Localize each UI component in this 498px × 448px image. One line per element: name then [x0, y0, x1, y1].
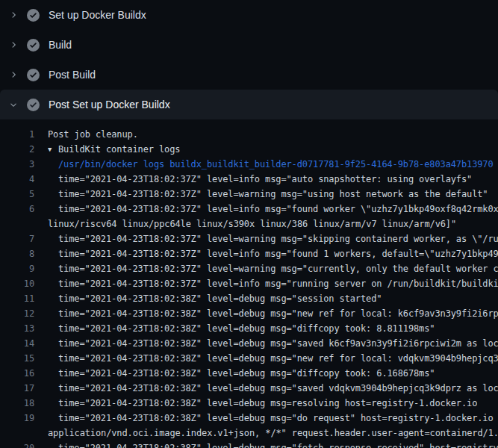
log-line-number[interactable]: 10	[0, 276, 34, 291]
log-line: 2 ▼BuildKit container logs	[0, 142, 498, 157]
log-line-text: time="2021-04-23T18:02:38Z" level=debug …	[58, 351, 498, 366]
log-line-text: time="2021-04-23T18:02:38Z" level=debug …	[58, 336, 498, 351]
step-row-2[interactable]: Build	[0, 30, 498, 60]
log-line-number[interactable]: 12	[0, 306, 34, 321]
log-line: 6 time="2021-04-23T18:02:37Z" level=info…	[0, 202, 498, 217]
log-line-text: /usr/bin/docker logs buildx_buildkit_bui…	[58, 157, 494, 172]
log-line-number[interactable]: 17	[0, 381, 34, 396]
log-line-text: linux/riscv64 linux/ppc64le linux/s390x …	[48, 217, 456, 231]
log-line-text: time="2021-04-23T18:02:37Z" level=warnin…	[58, 187, 488, 202]
log-line: 5 time="2021-04-23T18:02:37Z" level=warn…	[0, 187, 498, 202]
chevron-icon	[8, 100, 18, 110]
log-line-text: time="2021-04-23T18:02:37Z" level=warnin…	[58, 231, 498, 246]
log-line-text: application/vnd.oci.image.index.v1+json,…	[48, 426, 498, 441]
log-line: 9 time="2021-04-23T18:02:37Z" level=warn…	[0, 261, 498, 276]
log-line-number[interactable]: 3	[0, 157, 34, 172]
check-circle-icon	[27, 69, 40, 81]
log-line: 15 time="2021-04-23T18:02:38Z" level=deb…	[0, 351, 498, 366]
log-line-number[interactable]	[0, 426, 34, 441]
step-list: Set up Docker Buildx Build Post Build	[0, 0, 498, 119]
log-line-text: time="2021-04-23T18:02:37Z" level=info m…	[58, 276, 498, 291]
step-row-3[interactable]: Post Build	[0, 60, 498, 90]
log-line: 4 time="2021-04-23T18:02:37Z" level=info…	[0, 172, 498, 187]
check-circle-icon	[27, 9, 40, 22]
log-line-number[interactable]: 1	[0, 127, 34, 142]
log-line-text: time="2021-04-23T18:02:37Z" level=info m…	[58, 202, 498, 217]
log-line-text: time="2021-04-23T18:02:38Z" level=debug …	[58, 396, 477, 411]
step-title: Set up Docker Buildx	[49, 9, 146, 21]
step-row-1[interactable]: Set up Docker Buildx	[0, 0, 498, 30]
log-line: 19 time="2021-04-23T18:02:38Z" level=deb…	[0, 411, 498, 426]
log-line-number[interactable]: 13	[0, 321, 34, 336]
log-line: application/vnd.oci.image.index.v1+json,…	[0, 426, 498, 441]
step-title: Post Set up Docker Buildx	[49, 99, 170, 111]
log-line-number[interactable]: 2	[0, 142, 34, 157]
log-line: 17 time="2021-04-23T18:02:38Z" level=deb…	[0, 381, 498, 396]
chevron-icon	[8, 10, 18, 20]
log-line-number[interactable]: 16	[0, 366, 34, 381]
chevron-icon	[8, 70, 18, 80]
log-line-number[interactable]: 9	[0, 261, 34, 276]
log-line-text: ▼BuildKit container logs	[48, 142, 180, 157]
log-line: 20 time="2021-04-23T18:02:38Z" level=deb…	[0, 441, 498, 448]
log-line-number[interactable]: 19	[0, 411, 34, 426]
check-circle-icon	[27, 39, 40, 52]
log-line-text: time="2021-04-23T18:02:38Z" level=debug …	[58, 321, 435, 336]
log-line: 3 /usr/bin/docker logs buildx_buildkit_b…	[0, 157, 498, 172]
log-line: 13 time="2021-04-23T18:02:38Z" level=deb…	[0, 321, 498, 336]
actions-log-viewer: Set up Docker Buildx Build Post Build	[0, 0, 498, 448]
check-circle-icon	[27, 99, 40, 111]
log-line-text: time="2021-04-23T18:02:38Z" level=debug …	[58, 381, 498, 396]
log-line: 16 time="2021-04-23T18:02:38Z" level=deb…	[0, 366, 498, 381]
log-line-text: time="2021-04-23T18:02:38Z" level=debug …	[58, 366, 435, 381]
log-line: 14 time="2021-04-23T18:02:38Z" level=deb…	[0, 336, 498, 351]
log-line: 10 time="2021-04-23T18:02:37Z" level=inf…	[0, 276, 498, 291]
log-line-number[interactable]: 4	[0, 172, 34, 187]
log-line: 12 time="2021-04-23T18:02:38Z" level=deb…	[0, 306, 498, 321]
log-line-number[interactable]: 6	[0, 202, 34, 217]
log-line-text: time="2021-04-23T18:02:37Z" level=info m…	[58, 172, 472, 187]
log-line: 11 time="2021-04-23T18:02:38Z" level=deb…	[0, 291, 498, 306]
step-title: Post Build	[49, 69, 96, 81]
log-line-text: time="2021-04-23T18:02:37Z" level=warnin…	[58, 261, 498, 276]
log-area: 1 Post job cleanup. 2 ▼BuildKit containe…	[0, 119, 498, 448]
log-line-number[interactable]: 5	[0, 187, 34, 202]
log-line-number[interactable]: 18	[0, 396, 34, 411]
log-line-number[interactable]: 20	[0, 441, 34, 448]
log-line: 1 Post job cleanup.	[0, 127, 498, 142]
log-line-number[interactable]: 15	[0, 351, 34, 366]
log-line-number[interactable]: 11	[0, 291, 34, 306]
step-row-4[interactable]: Post Set up Docker Buildx	[0, 90, 498, 119]
log-line-text: time="2021-04-23T18:02:38Z" level=debug …	[58, 291, 382, 306]
log-line-text: time="2021-04-23T18:02:38Z" level=debug …	[58, 411, 498, 426]
group-expander-icon[interactable]: ▼	[48, 142, 58, 157]
log-line-number[interactable]	[0, 217, 34, 231]
log-line-text: time="2021-04-23T18:02:37Z" level=info m…	[58, 246, 498, 261]
log-line-number[interactable]: 8	[0, 246, 34, 261]
chevron-icon	[8, 40, 18, 50]
log-line-text: time="2021-04-23T18:02:38Z" level=debug …	[58, 306, 498, 321]
log-line: 18 time="2021-04-23T18:02:38Z" level=deb…	[0, 396, 498, 411]
log-line-number[interactable]: 14	[0, 336, 34, 351]
log-line: linux/riscv64 linux/ppc64le linux/s390x …	[0, 217, 498, 231]
step-title: Build	[49, 39, 72, 51]
log-line: 7 time="2021-04-23T18:02:37Z" level=warn…	[0, 231, 498, 246]
log-line: 8 time="2021-04-23T18:02:37Z" level=info…	[0, 246, 498, 261]
log-line-text: time="2021-04-23T18:02:38Z" level=debug …	[58, 441, 498, 448]
log-line-text: Post job cleanup.	[48, 127, 138, 142]
log-line-number[interactable]: 7	[0, 231, 34, 246]
